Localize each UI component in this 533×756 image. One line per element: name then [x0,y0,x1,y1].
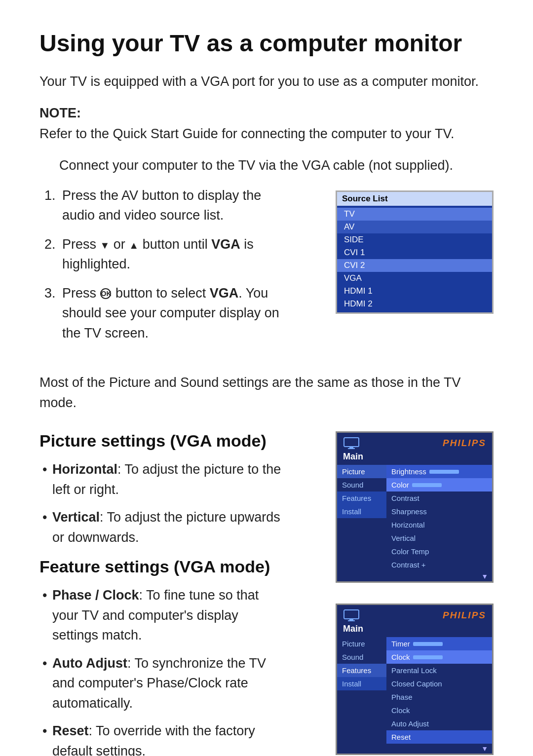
source-item-cvi2: CVI 2 [337,259,492,272]
feature-heading: Feature settings (VGA mode) [39,557,281,576]
step-1: 1. Press the AV button to display the au… [39,186,281,226]
step-3-text: Press OK button to select VGA. You shoul… [62,283,281,343]
step-3: 3. Press OK button to select VGA. You sh… [39,283,281,343]
f-left-features: Features [337,664,386,677]
feature-bullets: Phase / Clock: To fine tune so that your… [39,585,281,756]
source-list-items: TV AV SIDE CVI 1 CVI 2 VGA HDMI 1 HDMI 2 [337,206,492,312]
left-empty [337,518,386,523]
bullet-auto-adjust: Auto Adjust: To synchronize the TV and c… [39,653,281,714]
right-colortemp: Color Temp [386,545,492,558]
source-item-av: AV [337,221,492,233]
f-right-autoadjust: Auto Adjust [386,717,492,730]
f-right-phase: Phase [386,690,492,704]
feature-left-col: Picture Sound Features Install [337,637,386,744]
phase-clock-term: Phase / Clock [52,588,139,603]
picture-section: Picture settings (VGA mode) Horizontal: … [39,426,494,756]
f-right-clock-top: Clock [386,650,492,664]
step-2-text: Press ▼ or ▲ button until VGA is highlig… [62,234,281,274]
color-bar [412,483,442,487]
numbered-steps: 1. Press the AV button to display the au… [39,186,281,343]
bullet-phase-clock: Phase / Clock: To fine tune so that your… [39,585,281,645]
philips-logo-1: PHILIPS [443,438,486,449]
right-sharpness: Sharpness [386,505,492,518]
f-right-timer: Timer [386,637,492,650]
source-item-vga: VGA [337,272,492,285]
page-title: Using your TV as a computer monitor [39,30,494,57]
most-text: Most of the Picture and Sound settings a… [39,373,494,413]
bullet-vertical: Vertical: To adjust the picture upwards … [39,507,281,547]
source-item-cvi1: CVI 1 [337,246,492,259]
steps-section: 1. Press the AV button to display the au… [39,186,494,353]
feature-right-col: Timer Clock Parental Lock Closed Caption… [386,637,492,744]
svg-rect-4 [349,619,353,620]
right-contrast-plus: Contrast + [386,558,492,571]
steps-col: 1. Press the AV button to display the au… [39,186,281,353]
f-left-empty [337,690,386,695]
connect-text: Connect your computer to the TV via the … [59,155,494,176]
note-text: Refer to the Quick Start Guide for conne… [39,124,494,144]
step-1-num: 1. [44,186,58,226]
picture-menu-body: Picture Sound Features Install Brightnes… [337,465,492,571]
right-contrast: Contrast [386,491,492,505]
brightness-bar [429,470,459,474]
f-right-reset: Reset [386,730,492,744]
left-features: Features [337,491,386,505]
vertical-term: Vertical [52,510,100,525]
feature-menu-header: PHILIPS [337,605,492,624]
down-arrow-2: ▼ [337,744,492,754]
feature-menu-body: Picture Sound Features Install Timer Clo… [337,637,492,744]
f-left-sound: Sound [337,650,386,664]
svg-rect-5 [348,620,355,621]
tv-screen: Source List TV AV SIDE CVI 1 CVI 2 VGA H… [336,190,494,314]
right-color: Color [386,478,492,491]
right-vertical: Vertical [386,531,492,545]
source-item-side: SIDE [337,233,492,246]
f-right-parental: Parental Lock [386,664,492,677]
horizontal-term: Horizontal [52,462,117,477]
timer-bar [413,642,443,646]
right-brightness: Brightness [386,465,492,478]
picture-heading: Picture settings (VGA mode) [39,431,281,451]
clock-bar [413,655,443,659]
svg-rect-0 [344,438,359,447]
source-item-hdmi1: HDMI 1 [337,285,492,298]
picture-right-col: Brightness Color Contrast Sharpness Hori… [386,465,492,571]
picture-left-col: Picture Sound Features Install [337,465,386,571]
f-left-picture: Picture [337,637,386,650]
left-picture: Picture [337,465,386,478]
step-2: 2. Press ▼ or ▲ button until VGA is high… [39,234,281,274]
philips-logo-2: PHILIPS [443,610,486,621]
bullet-reset: Reset: To override with the factory defa… [39,721,281,756]
monitor-icon [343,437,360,450]
note-label: NOTE: [39,106,494,121]
monitor-icon-2 [343,609,360,622]
f-right-caption: Closed Caption [386,677,492,690]
svg-rect-1 [349,447,353,448]
step-2-num: 2. [44,234,58,274]
source-item-tv: TV [337,208,492,221]
source-list-title: Source List [337,192,492,206]
picture-col-left: Picture settings (VGA mode) Horizontal: … [39,426,281,756]
f-right-clock: Clock [386,704,492,717]
menus-col: PHILIPS Main Picture Sound Features Inst… [296,426,494,756]
svg-rect-2 [348,448,355,449]
left-install: Install [337,505,386,518]
picture-menu-header: PHILIPS [337,433,492,452]
source-list-screenshot: Source List TV AV SIDE CVI 1 CVI 2 VGA H… [296,186,494,353]
source-item-hdmi2: HDMI 2 [337,298,492,310]
picture-bullets: Horizontal: To adjust the picture to the… [39,459,281,547]
feature-menu-main: Main [337,624,492,637]
right-horizontal: Horizontal [386,518,492,531]
picture-menu-screen: PHILIPS Main Picture Sound Features Inst… [336,431,494,583]
intro-text: Your TV is equipped with a VGA port for … [39,72,494,92]
step-3-num: 3. [44,283,58,343]
auto-adjust-term: Auto Adjust [52,656,127,671]
svg-rect-3 [344,610,359,619]
bullet-horizontal: Horizontal: To adjust the picture to the… [39,459,281,499]
left-sound: Sound [337,478,386,491]
down-arrow-1: ▼ [337,571,492,581]
f-left-install: Install [337,677,386,690]
picture-menu-main: Main [337,452,492,465]
step-1-text: Press the AV button to display the audio… [62,186,281,226]
feature-menu-screen: PHILIPS Main Picture Sound Features Inst… [336,604,494,755]
